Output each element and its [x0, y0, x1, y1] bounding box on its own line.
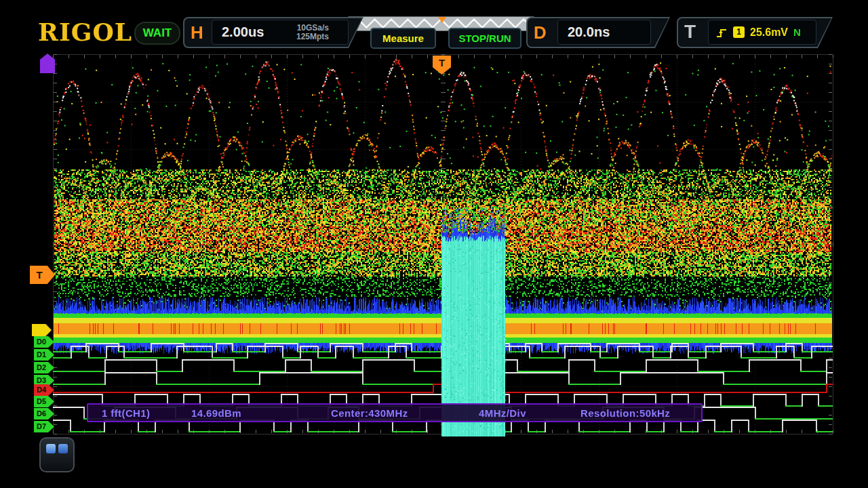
timebase-value: 2.00us	[212, 24, 264, 40]
rigol-logo: RIGOL	[38, 18, 132, 46]
timebase-box[interactable]: 2.00us 10GSa/s 125Mpts	[212, 20, 349, 45]
fft-resolution-readout: Resolution:50kHz	[580, 407, 670, 419]
stop-run-button[interactable]: STOP/RUN	[448, 28, 521, 49]
fft-scale-readout: 4MHz/Div	[479, 407, 526, 419]
measure-button[interactable]: Measure	[370, 28, 436, 49]
menu-grid-icon[interactable]	[39, 437, 75, 472]
fft-result-bar[interactable]: 1 fft(CH1) 14.69dBm Center:430MHz 4MHz/D…	[87, 403, 703, 422]
trigger-label: T	[684, 21, 696, 43]
delay-box[interactable]: 20.0ns	[557, 20, 651, 45]
fft-peak-readout: 14.69dBm	[191, 407, 241, 419]
delay-label: D	[534, 22, 547, 43]
horizontal-settings-group[interactable]: H 2.00us 10GSa/s 125Mpts	[183, 17, 363, 48]
fft-center-readout: Center:430MHz	[331, 407, 408, 419]
trigger-settings-group[interactable]: T 1 25.6mV N	[677, 17, 833, 48]
sample-rate: 10GSa/s	[296, 24, 329, 33]
trigger-position-indicator[interactable]	[438, 17, 446, 23]
memory-depth: 125Mpts	[296, 33, 329, 41]
delay-value: 20.0ns	[558, 24, 610, 40]
trigger-box[interactable]: 1 25.6mV N	[708, 20, 816, 45]
trigger-mode: N	[793, 26, 801, 38]
trigger-level-value: 25.6mV	[750, 26, 788, 39]
fft-source-readout: 1 fft(CH1)	[102, 407, 151, 419]
horizontal-label: H	[191, 22, 203, 43]
menu-grid-squares	[46, 444, 68, 466]
oscilloscope-screen: T T D0D1D2D3D4D5D6D7 1 fft(CH1) 14.69dBm…	[0, 0, 868, 488]
acquisition-status-badge: WAIT	[134, 22, 180, 45]
trigger-slope-rising-icon	[715, 26, 728, 39]
trigger-source-badge: 1	[733, 26, 745, 38]
acquisition-info: 10GSa/s 125Mpts	[296, 24, 348, 41]
delay-settings-group[interactable]: D 20.0ns	[526, 17, 670, 48]
